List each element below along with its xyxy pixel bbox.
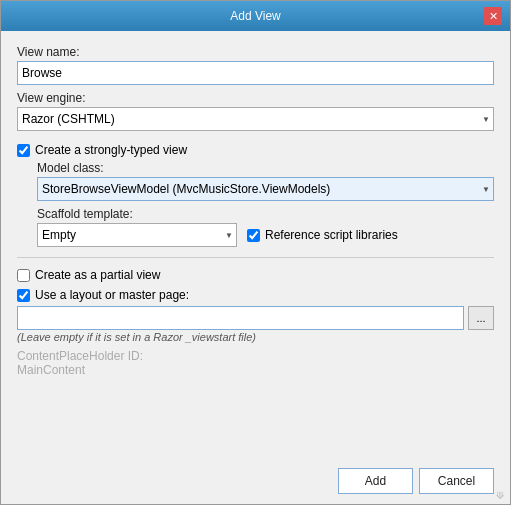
strongly-typed-row: Create a strongly-typed view [17,143,494,157]
model-class-select[interactable]: StoreBrowseViewModel (MvcMusicStore.View… [37,177,494,201]
layout-hint: (Leave empty if it is set in a Razor _vi… [17,331,494,343]
ref-scripts-label[interactable]: Reference script libraries [265,228,398,242]
strongly-typed-section: Create a strongly-typed view Model class… [17,143,494,247]
model-class-label: Model class: [37,161,494,175]
cancel-button[interactable]: Cancel [419,468,494,494]
content-placeholder-value: MainContent [17,363,494,377]
dialog-title: Add View [27,9,484,23]
view-engine-select[interactable]: Razor (CSHTML) ASPX Web Pages [17,107,494,131]
scaffold-select[interactable]: Empty Create Delete Details Edit List [37,223,237,247]
layout-path-row: ... [17,306,494,330]
ref-scripts-row: Reference script libraries [247,228,398,242]
scaffold-section: Scaffold template: Empty Create Delete D… [37,207,494,247]
use-layout-label[interactable]: Use a layout or master page: [35,288,189,302]
scaffold-row: Empty Create Delete Details Edit List [37,223,494,247]
partial-view-row: Create as a partial view [17,268,494,282]
title-bar: Add View ✕ [1,1,510,31]
dialog-footer: Add Cancel [1,460,510,504]
use-layout-checkbox[interactable] [17,289,30,302]
view-name-label: View name: [17,45,494,59]
use-layout-section: Use a layout or master page: ... (Leave … [17,288,494,377]
scaffold-label: Scaffold template: [37,207,494,221]
add-view-dialog: Add View ✕ View name: View engine: Razor… [0,0,511,505]
strongly-typed-checkbox[interactable] [17,144,30,157]
use-layout-row: Use a layout or master page: [17,288,494,302]
view-name-section: View name: [17,45,494,85]
strongly-typed-label[interactable]: Create a strongly-typed view [35,143,187,157]
view-engine-section: View engine: Razor (CSHTML) ASPX Web Pag… [17,91,494,131]
content-placeholder-section: ContentPlaceHolder ID: MainContent [17,349,494,377]
dialog-content: View name: View engine: Razor (CSHTML) A… [1,31,510,460]
view-engine-wrapper: Razor (CSHTML) ASPX Web Pages [17,107,494,131]
browse-button[interactable]: ... [468,306,494,330]
layout-path-input[interactable] [17,306,464,330]
view-name-input[interactable] [17,61,494,85]
add-button[interactable]: Add [338,468,413,494]
partial-view-label[interactable]: Create as a partial view [35,268,160,282]
partial-view-checkbox[interactable] [17,269,30,282]
model-class-wrapper: StoreBrowseViewModel (MvcMusicStore.View… [37,177,494,201]
resize-handle[interactable]: ⟱ [496,490,508,502]
scaffold-wrapper: Empty Create Delete Details Edit List [37,223,237,247]
separator-1 [17,257,494,258]
ref-scripts-checkbox[interactable] [247,229,260,242]
content-placeholder-label: ContentPlaceHolder ID: [17,349,494,363]
model-class-section: Model class: StoreBrowseViewModel (MvcMu… [37,161,494,247]
close-button[interactable]: ✕ [484,7,502,25]
view-engine-label: View engine: [17,91,494,105]
